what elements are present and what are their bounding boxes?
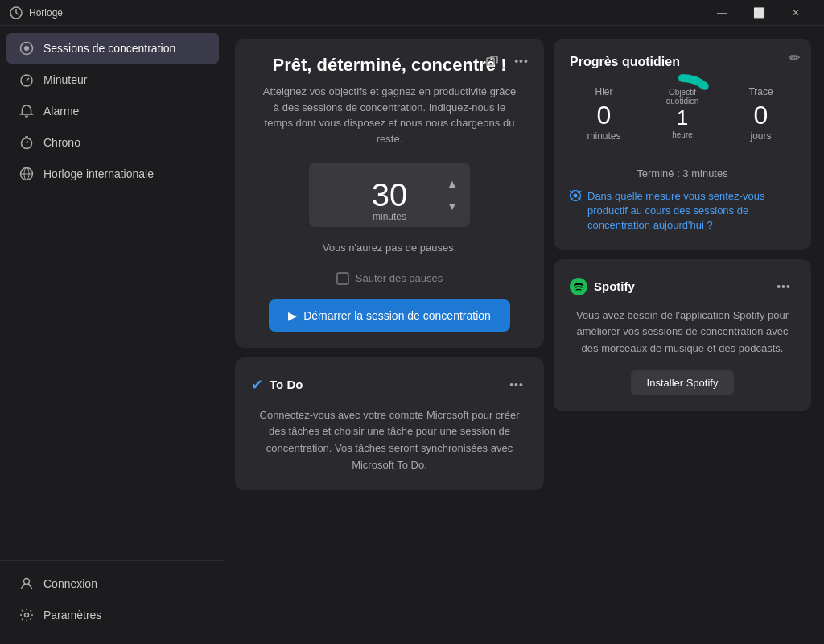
focus-card-header: ••• <box>481 50 533 72</box>
time-arrows: ▲ ▼ <box>443 174 462 216</box>
window-controls: — ⬜ ✕ <box>703 0 814 26</box>
sidebar-item-alarme-label: Alarme <box>43 105 79 118</box>
todo-body: Connectez-vous avec votre compte Microso… <box>251 407 528 474</box>
install-spotify-button[interactable]: Installer Spotify <box>631 370 735 395</box>
svg-line-2 <box>16 13 19 14</box>
donut-value: 1 <box>661 105 705 130</box>
spotify-name: Spotify <box>594 279 766 293</box>
stat-yesterday: Hier 0 minutes <box>570 86 638 142</box>
sidebar-item-alarme[interactable]: Alarme <box>6 96 219 126</box>
donut-label: Objectif quotidien <box>661 88 705 105</box>
skip-pauses-row: Sauter des pauses <box>251 272 528 285</box>
donut-unit: heure <box>661 130 705 139</box>
close-button[interactable]: ✕ <box>777 0 814 26</box>
sidebar-item-sessions[interactable]: Sessions de concentration <box>6 33 219 64</box>
progress-title: Progrès quotidien <box>570 55 680 68</box>
sidebar-item-chrono[interactable]: Chrono <box>6 127 219 158</box>
spotify-header: Spotify ••• <box>570 275 795 298</box>
todo-more-button[interactable]: ••• <box>505 374 528 396</box>
left-column: ••• Prêt, déterminé, concentré ! Atteign… <box>235 39 544 631</box>
horloge-icon <box>19 167 34 181</box>
stat-yesterday-unit: minutes <box>570 130 638 142</box>
sidebar-item-parametres[interactable]: Paramètres <box>6 600 219 630</box>
svg-rect-17 <box>487 58 494 65</box>
sessions-icon <box>19 41 34 56</box>
donut-chart: Objectif quotidien 1 heure <box>638 69 727 158</box>
sidebar-item-minuteur[interactable]: Minuteur <box>6 64 219 95</box>
sidebar-item-parametres-label: Paramètres <box>43 609 101 621</box>
stat-trace-label: Trace <box>727 86 795 97</box>
focus-session-card: ••• Prêt, déterminé, concentré ! Atteign… <box>235 39 544 348</box>
svg-point-16 <box>25 613 29 617</box>
install-spotify-label: Installer Spotify <box>647 377 719 389</box>
titlebar: Horloge — ⬜ ✕ <box>0 0 824 26</box>
start-session-button[interactable]: ▶ Démarrer la session de concentration <box>269 299 510 332</box>
stat-trace: Trace 0 jours <box>727 86 795 142</box>
focus-description: Atteignez vos objectifs et gagnez en pro… <box>261 84 518 147</box>
sidebar-item-chrono-label: Chrono <box>43 136 80 149</box>
sidebar-bottom: Connexion Paramètres <box>0 560 225 638</box>
progress-stats: Hier 0 minutes Objectif quoti <box>570 69 795 158</box>
right-column: Progrès quotidien ✏ Hier 0 minutes <box>554 39 811 631</box>
app-icon <box>10 6 23 19</box>
no-pauses-text: Vous n'aurez pas de pauses. <box>261 240 518 256</box>
todo-title: To Do <box>270 378 499 391</box>
question-text: Dans quelle mesure vous sentez-vous prod… <box>587 189 795 233</box>
svg-point-15 <box>24 579 30 584</box>
sidebar-item-horloge-label: Horloge internationale <box>43 167 154 180</box>
time-picker: 30 minutes ▲ ▼ <box>309 163 470 227</box>
chrono-icon <box>19 135 34 150</box>
terminated-text: Terminé : 3 minutes <box>570 167 795 180</box>
minimize-button[interactable]: — <box>703 0 740 26</box>
multiwindow-button[interactable] <box>481 50 504 72</box>
time-up-button[interactable]: ▲ <box>443 174 462 193</box>
todo-check-icon: ✔ <box>251 376 263 394</box>
svg-point-22 <box>574 194 578 198</box>
sidebar-nav: Sessions de concentration Minuteur <box>0 32 225 560</box>
play-icon: ▶ <box>288 309 297 322</box>
maximize-button[interactable]: ⬜ <box>740 0 777 26</box>
sidebar-item-minuteur-label: Minuteur <box>43 73 87 86</box>
skip-pauses-checkbox[interactable] <box>336 272 349 285</box>
spotify-card: Spotify ••• Vous avez besoin de l'applic… <box>554 259 811 411</box>
sidebar: Sessions de concentration Minuteur <box>0 26 225 644</box>
sidebar-item-connexion[interactable]: Connexion <box>6 568 219 599</box>
donut-inner: Objectif quotidien 1 heure <box>661 88 705 139</box>
question-icon <box>570 190 583 206</box>
sidebar-item-sessions-label: Sessions de concentration <box>43 42 175 55</box>
time-unit: minutes <box>373 211 406 222</box>
sidebar-item-horloge[interactable]: Horloge internationale <box>6 159 219 189</box>
skip-pauses-label: Sauter des pauses <box>356 272 443 284</box>
spotify-more-button[interactable]: ••• <box>772 275 795 298</box>
todo-card: ✔ To Do ••• Connectez-vous avec votre co… <box>235 357 544 490</box>
svg-point-4 <box>24 46 29 51</box>
main-content: ••• Prêt, déterminé, concentré ! Atteign… <box>225 26 824 644</box>
progress-card: Progrès quotidien ✏ Hier 0 minutes <box>554 39 811 250</box>
parametres-icon <box>19 608 34 622</box>
alarme-icon <box>19 104 34 118</box>
time-down-button[interactable]: ▼ <box>443 196 462 216</box>
stat-trace-value: 0 <box>727 101 795 130</box>
connexion-icon <box>19 576 34 591</box>
stat-yesterday-value: 0 <box>570 101 638 130</box>
edit-button[interactable]: ✏ <box>789 50 800 65</box>
app-title: Horloge <box>29 7 703 19</box>
start-session-label: Démarrer la session de concentration <box>303 309 491 322</box>
stat-yesterday-label: Hier <box>570 86 638 97</box>
sidebar-item-connexion-label: Connexion <box>43 577 97 590</box>
focus-more-button[interactable]: ••• <box>510 50 533 72</box>
stat-trace-unit: jours <box>727 130 795 142</box>
svg-line-11 <box>27 142 28 144</box>
svg-line-7 <box>27 78 29 80</box>
spotify-logo <box>570 278 587 295</box>
todo-header: ✔ To Do ••• <box>251 374 528 396</box>
minuteur-icon <box>19 72 34 87</box>
productivity-question[interactable]: Dans quelle mesure vous sentez-vous prod… <box>570 189 795 233</box>
time-value: 30 <box>372 179 408 211</box>
spotify-body: Vous avez besoin de l'application Spotif… <box>570 308 795 357</box>
